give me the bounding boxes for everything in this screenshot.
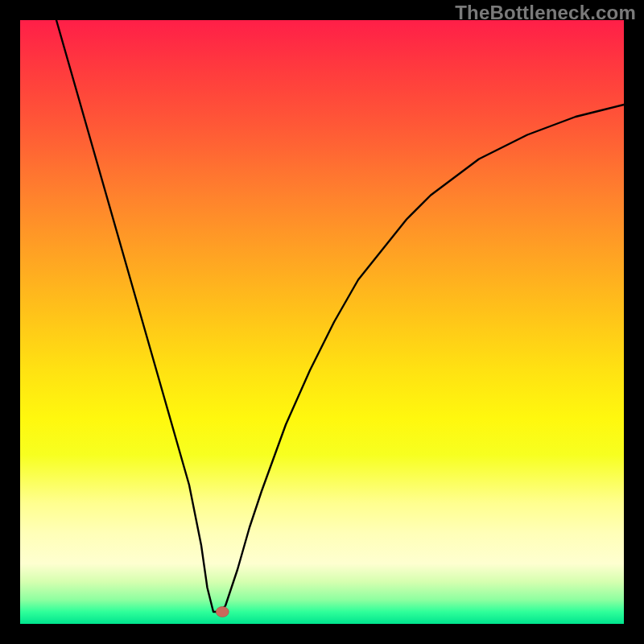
chart-svg <box>20 20 624 624</box>
bottleneck-curve <box>56 20 624 612</box>
plot-area <box>20 20 624 624</box>
minimum-marker <box>216 607 229 617</box>
chart-frame: TheBottleneck.com <box>0 0 644 644</box>
